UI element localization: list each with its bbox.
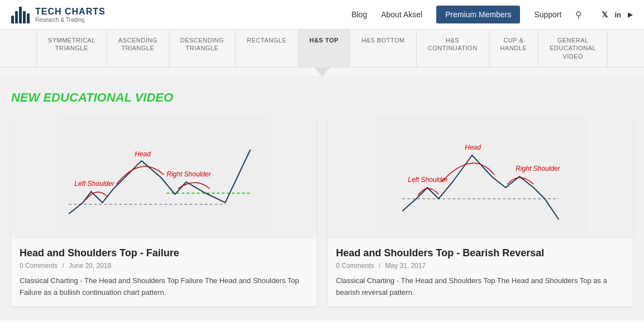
logo-title: TECH CHARTS [35, 7, 106, 17]
svg-text:Left Shoulder: Left Shoulder [74, 180, 115, 188]
svg-text:Left Shoulder: Left Shoulder [408, 176, 448, 184]
sub-nav-pointer [0, 68, 644, 76]
card-bearish-title[interactable]: Head and Shoulders Top - Bearish Reversa… [336, 247, 625, 259]
main-content: NEW EDUCATIONAL VIDEO Left Shoulder [0, 76, 644, 321]
pointer-triangle-icon [314, 68, 330, 76]
card-failure-body: Head and Shoulders Top - Failure 0 Comme… [11, 239, 317, 307]
subnav-hs-continuation[interactable]: H&SCONTINUATION [417, 30, 489, 67]
subnav-descending-triangle[interactable]: DESCENDINGTRIANGLE [169, 30, 236, 67]
subnav-hs-bottom[interactable]: H&S BOTTOM [350, 30, 417, 67]
twitter-icon[interactable]: 𝕏 [602, 10, 608, 19]
nav-blog[interactable]: Blog [351, 10, 367, 19]
logo-text: TECH CHARTS Research & Trading [35, 7, 106, 23]
svg-text:Right Shoulder: Right Shoulder [516, 165, 560, 173]
subnav-cup-handle[interactable]: CUP &HANDLE [489, 30, 539, 67]
logo-subtitle: Research & Trading [35, 17, 106, 23]
card-bearish[interactable]: Left Shoulder Head Right Shoulder Head a… [328, 116, 633, 307]
logo[interactable]: TECH CHARTS Research & Trading [11, 6, 106, 23]
subnav-educational-video[interactable]: GENERALEDUCATIONALVIDEO [538, 30, 608, 67]
subnav-rectangle[interactable]: RECTANGLE [236, 30, 298, 67]
social-icons: 𝕏 in ▶ [602, 10, 633, 19]
logo-icon [11, 6, 30, 23]
card-failure-title[interactable]: Head and Shoulders Top - Failure [20, 247, 308, 259]
section-title: NEW EDUCATIONAL VIDEO [11, 90, 633, 105]
card-bearish-comments: 0 Comments [336, 262, 374, 270]
nav-support[interactable]: Support [534, 10, 561, 19]
svg-text:Right Shoulder: Right Shoulder [166, 170, 211, 178]
svg-text:Head: Head [135, 150, 151, 158]
card-failure[interactable]: Left Shoulder Head Right Shoulder Head a… [11, 116, 317, 307]
linkedin-icon[interactable]: in [614, 11, 621, 19]
youtube-icon[interactable]: ▶ [628, 11, 633, 18]
card-bearish-body: Head and Shoulders Top - Bearish Reversa… [328, 239, 633, 307]
search-icon[interactable]: ⚲ [575, 9, 582, 20]
subnav-symmetrical-triangle[interactable]: SYMMETRICALTRIANGLE [36, 30, 107, 67]
card-bearish-excerpt: Classical Charting - The Head and Should… [336, 275, 625, 299]
svg-rect-0 [58, 116, 270, 239]
card-bearish-separator: / [379, 262, 383, 270]
svg-rect-6 [374, 116, 586, 239]
nav-premium[interactable]: Premium Members [436, 6, 520, 23]
svg-text:Head: Head [465, 143, 481, 151]
cards-row: Left Shoulder Head Right Shoulder Head a… [11, 116, 633, 307]
main-nav: Blog About Aksel Premium Members Support… [351, 6, 633, 23]
card-failure-meta: 0 Comments / June 20, 2018 [20, 262, 308, 270]
card-failure-chart: Left Shoulder Head Right Shoulder [11, 116, 317, 239]
card-failure-comments: 0 Comments [20, 262, 58, 270]
card-bearish-meta: 0 Comments / May 31, 2017 [336, 262, 625, 270]
header: TECH CHARTS Research & Trading Blog Abou… [0, 0, 644, 30]
subnav-hs-top[interactable]: H&S TOP [298, 30, 350, 67]
nav-about[interactable]: About Aksel [381, 10, 422, 19]
card-failure-date: June 20, 2018 [69, 262, 111, 270]
card-bearish-date: May 31, 2017 [385, 262, 426, 270]
subnav-ascending-triangle[interactable]: ASCENDINGTRIANGLE [107, 30, 169, 67]
sub-nav: SYMMETRICALTRIANGLE ASCENDINGTRIANGLE DE… [0, 30, 644, 68]
card-bearish-chart: Left Shoulder Head Right Shoulder [328, 116, 633, 239]
card-failure-excerpt: Classical Charting - The Head and Should… [20, 275, 308, 299]
card-failure-separator: / [62, 262, 66, 270]
